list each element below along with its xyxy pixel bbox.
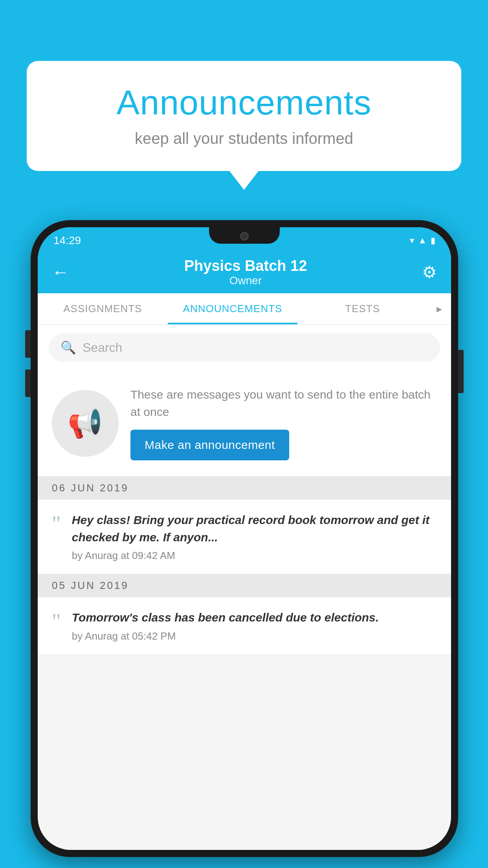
volume-up-button: [25, 330, 31, 358]
front-camera: [240, 232, 249, 241]
quote-icon-1: ": [52, 513, 61, 535]
tab-tests[interactable]: TESTS: [297, 293, 427, 324]
status-time: 14:29: [53, 234, 81, 247]
bubble-title: Announcements: [50, 83, 438, 123]
announcement-item-2[interactable]: " Tomorrow's class has been cancelled du…: [38, 597, 451, 655]
tabs-bar: ASSIGNMENTS ANNOUNCEMENTS TESTS ▸: [38, 293, 451, 325]
wifi-icon: ▾: [410, 235, 414, 246]
app-bar-subtitle: Owner: [184, 274, 307, 287]
settings-icon[interactable]: ⚙: [422, 263, 437, 282]
battery-icon: ▮: [431, 235, 435, 246]
date-separator-2: 05 JUN 2019: [38, 574, 451, 597]
status-icons: ▾ ▲ ▮: [410, 235, 435, 246]
announcement-text-1: Hey class! Bring your practical record b…: [72, 511, 437, 546]
app-bar-title-group: Physics Batch 12 Owner: [184, 257, 307, 287]
tabs-more-icon[interactable]: ▸: [427, 302, 451, 315]
search-bar-container: 🔍 Search: [38, 325, 451, 370]
make-announcement-button[interactable]: Make an announcement: [130, 430, 289, 460]
announcement-meta-2: by Anurag at 05:42 PM: [72, 630, 437, 642]
search-bar[interactable]: 🔍 Search: [49, 333, 440, 362]
speech-bubble-container: Announcements keep all your students inf…: [27, 61, 461, 171]
signal-icon: ▲: [418, 235, 427, 246]
app-bar-title: Physics Batch 12: [184, 257, 307, 274]
speech-bubble: Announcements keep all your students inf…: [27, 61, 461, 171]
bubble-subtitle: keep all your students informed: [50, 130, 438, 147]
search-input[interactable]: Search: [83, 340, 122, 355]
search-icon: 🔍: [61, 340, 76, 355]
phone-notch: [209, 227, 280, 244]
volume-down-button: [25, 370, 31, 397]
promo-content: These are messages you want to send to t…: [130, 386, 437, 460]
promo-description: These are messages you want to send to t…: [130, 386, 437, 420]
back-button[interactable]: ←: [52, 262, 69, 282]
date-separator-1: 06 JUN 2019: [38, 476, 451, 500]
announcement-meta-1: by Anurag at 09:42 AM: [72, 550, 437, 562]
announcement-text-2: Tomorrow's class has been cancelled due …: [72, 609, 437, 626]
announcement-content-1: Hey class! Bring your practical record b…: [72, 511, 437, 562]
promo-icon-circle: 📢: [52, 390, 119, 457]
app-bar: ← Physics Batch 12 Owner ⚙: [38, 251, 451, 293]
announcement-item-1[interactable]: " Hey class! Bring your practical record…: [38, 500, 451, 574]
power-button: [458, 350, 464, 393]
megaphone-icon: 📢: [68, 406, 103, 440]
tab-assignments[interactable]: ASSIGNMENTS: [38, 293, 168, 324]
phone-frame: 14:29 ▾ ▲ ▮ ← Physics Batch 12 Owner ⚙ A…: [31, 220, 458, 857]
announcement-content-2: Tomorrow's class has been cancelled due …: [72, 609, 437, 642]
quote-icon-2: ": [52, 611, 61, 633]
phone-screen: 14:29 ▾ ▲ ▮ ← Physics Batch 12 Owner ⚙ A…: [38, 227, 451, 850]
tab-announcements[interactable]: ANNOUNCEMENTS: [168, 293, 298, 324]
promo-card: 📢 These are messages you want to send to…: [38, 370, 451, 476]
